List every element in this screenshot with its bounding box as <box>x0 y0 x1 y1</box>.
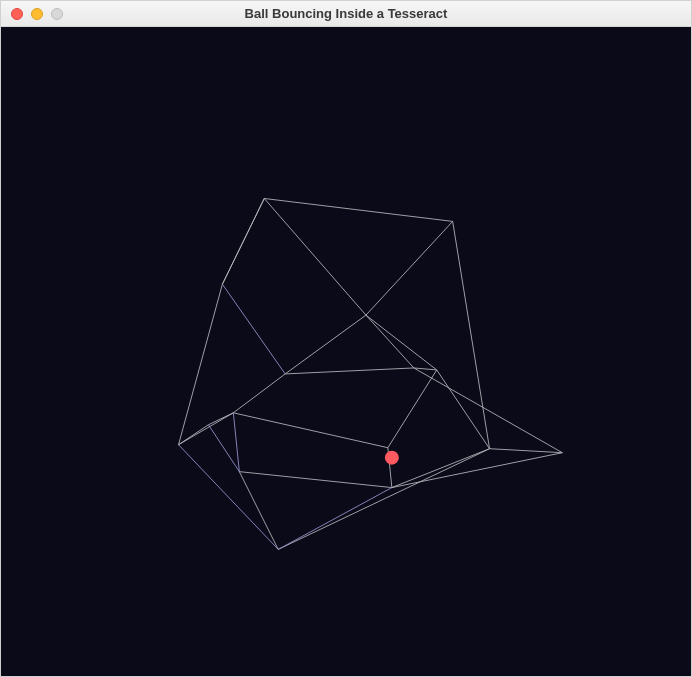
titlebar[interactable]: Ball Bouncing Inside a Tesseract <box>1 1 691 27</box>
tesseract-edge <box>366 315 414 368</box>
close-icon[interactable] <box>11 8 23 20</box>
tesseract-edge <box>208 425 239 472</box>
tesseract-edge <box>366 221 453 315</box>
tesseract-edge <box>222 198 264 284</box>
tesseract-edge <box>264 198 452 221</box>
tesseract-edge <box>392 449 490 488</box>
tesseract-edge <box>233 374 285 413</box>
render-viewport[interactable] <box>1 27 691 676</box>
tesseract-edge <box>179 413 234 445</box>
tesseract-edge <box>233 413 239 472</box>
tesseract-edge <box>285 315 366 374</box>
minimize-icon[interactable] <box>31 8 43 20</box>
tesseract-edge <box>239 472 278 550</box>
tesseract-render <box>1 27 691 676</box>
tesseract-edge <box>388 370 437 448</box>
tesseract-edge <box>285 368 414 374</box>
tesseract-edge <box>179 284 223 445</box>
tesseract-edge <box>453 221 490 448</box>
tesseract-edge <box>233 413 388 448</box>
tesseract-edge <box>179 445 279 550</box>
tesseract-edge <box>278 449 489 550</box>
tesseract-edge <box>392 453 562 488</box>
bouncing-ball <box>385 451 399 465</box>
maximize-icon <box>51 8 63 20</box>
app-window: Ball Bouncing Inside a Tesseract <box>0 0 692 677</box>
tesseract-edge <box>264 198 366 315</box>
tesseract-edge <box>239 472 392 488</box>
tesseract-edge <box>222 284 285 374</box>
tesseract-edge <box>278 488 392 550</box>
window-title: Ball Bouncing Inside a Tesseract <box>1 6 691 21</box>
tesseract-edge <box>366 315 437 370</box>
tesseract-edge <box>490 449 563 453</box>
tesseract-edge <box>437 370 490 449</box>
window-controls <box>11 8 63 20</box>
